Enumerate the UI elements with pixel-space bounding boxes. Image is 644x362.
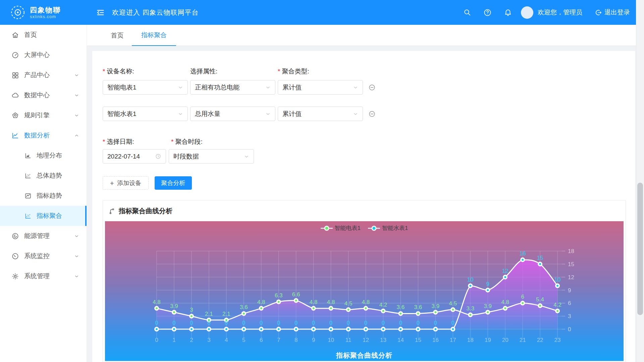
aggregation-chart-icon — [24, 213, 32, 220]
sidebar-item-energy-management[interactable]: 能源管理 — [0, 226, 87, 246]
svg-text:0: 0 — [329, 320, 332, 326]
svg-text:5.4: 5.4 — [536, 296, 544, 303]
sidebar: 首页 大屏中心 产品中心 数据中心 — [0, 25, 87, 362]
svg-text:0: 0 — [172, 320, 175, 326]
svg-text:0: 0 — [417, 320, 420, 326]
notification-bell-icon[interactable] — [504, 8, 512, 17]
chevron-up-icon — [74, 133, 79, 138]
svg-text:12: 12 — [363, 337, 369, 343]
sidebar-item-geo-distribution[interactable]: 地理分布 — [0, 145, 87, 166]
sidebar-item-home[interactable]: 首页 — [0, 25, 87, 45]
attribute-select-row2[interactable]: 总用水量 — [190, 107, 275, 121]
add-device-button[interactable]: + 添加设备 — [103, 176, 149, 190]
svg-text:4.2: 4.2 — [553, 302, 561, 308]
sidebar-item-data-center[interactable]: 数据中心 — [0, 85, 87, 105]
scrollbar-thumb[interactable] — [637, 183, 643, 315]
svg-text:4.5: 4.5 — [449, 300, 457, 307]
svg-text:10: 10 — [467, 277, 474, 283]
svg-text:3.6: 3.6 — [240, 304, 248, 310]
brand-logo-icon — [10, 5, 25, 20]
svg-text:2.1: 2.1 — [205, 311, 213, 317]
svg-text:20: 20 — [502, 337, 508, 343]
svg-text:3.9: 3.9 — [170, 303, 178, 309]
svg-text:9: 9 — [312, 337, 315, 343]
sidebar-item-metric-aggregation[interactable]: 指标聚合 — [0, 206, 87, 226]
aggregation-select-row1[interactable]: 累计值 — [278, 80, 363, 95]
svg-text:4: 4 — [225, 337, 228, 343]
logout-button[interactable]: 退出登录 — [594, 8, 630, 17]
scatter-chart-icon — [24, 172, 32, 179]
sidebar-item-metric-trend[interactable]: 指标趋势 — [0, 186, 87, 206]
attribute-select-row1[interactable]: 正相有功总电能 — [190, 80, 275, 95]
chevron-down-icon — [265, 85, 271, 90]
remove-row-icon[interactable] — [368, 84, 376, 91]
remove-row-icon[interactable] — [368, 110, 376, 118]
aggregate-analyze-button[interactable]: 聚合分析 — [155, 176, 192, 190]
sidebar-item-system-monitor[interactable]: 系统监控 — [0, 246, 87, 266]
device-select-row2[interactable]: 智能水表1 — [103, 107, 188, 121]
chevron-down-icon — [74, 234, 79, 239]
collapse-sidebar-icon[interactable] — [96, 8, 105, 17]
chart-bottom-title: 指标聚合曲线分析 — [105, 351, 624, 360]
sidebar-item-overall-trend[interactable]: 总体趋势 — [0, 166, 87, 186]
dashboard-gauge-icon — [11, 51, 19, 59]
svg-text:1: 1 — [172, 337, 175, 343]
sidebar-item-product-center[interactable]: 产品中心 — [0, 65, 87, 85]
device-name-label: * 设备名称: — [103, 67, 188, 76]
legend-item-electric-meter[interactable]: 智能电表1 — [321, 224, 361, 232]
sidebar-item-system-management[interactable]: 系统管理 — [0, 266, 87, 286]
chevron-down-icon — [244, 154, 249, 159]
chevron-down-icon — [74, 93, 79, 98]
search-icon[interactable] — [463, 8, 471, 16]
page-scrollbar[interactable] — [636, 0, 644, 362]
tab-metric-aggregation[interactable]: 指标聚合 — [132, 25, 176, 46]
svg-text:16: 16 — [432, 337, 439, 343]
trend-chart-icon — [24, 192, 32, 199]
svg-text:0: 0 — [451, 320, 454, 326]
svg-text:3: 3 — [568, 313, 571, 319]
svg-text:14: 14 — [397, 337, 404, 343]
svg-text:4.8: 4.8 — [153, 299, 161, 305]
brand-domain: sxlinks.com — [30, 14, 61, 19]
svg-text:2.1: 2.1 — [222, 311, 230, 317]
chart-area: 智能电表1 智能水表1 0369121518012345678910111213… — [105, 221, 624, 361]
chevron-down-icon — [74, 274, 79, 279]
svg-text:15: 15 — [415, 337, 421, 343]
svg-text:6.3: 6.3 — [275, 292, 283, 299]
aggregation-type-label: * 聚合类型: — [278, 67, 363, 76]
chevron-down-icon — [178, 111, 183, 117]
svg-text:12: 12 — [502, 268, 508, 274]
legend-marker-icon — [321, 226, 333, 231]
chevron-down-icon — [74, 254, 79, 259]
content-panel: * 设备名称: 选择属性: * 聚合类型: 智能电表1 正相有功总电能 — [92, 51, 635, 362]
device-select-row1[interactable]: 智能电表1 — [103, 80, 188, 95]
attribute-label: 选择属性: — [190, 67, 275, 76]
svg-text:23: 23 — [554, 337, 561, 343]
svg-text:0: 0 — [347, 320, 350, 326]
help-icon[interactable] — [483, 8, 492, 17]
welcome-title: 欢迎进入 四象云物联网平台 — [112, 8, 199, 17]
svg-text:0: 0 — [399, 320, 402, 326]
svg-text:12: 12 — [568, 274, 574, 281]
svg-text:0: 0 — [382, 320, 385, 326]
sidebar-item-screen-center[interactable]: 大屏中心 — [0, 45, 87, 65]
svg-text:0: 0 — [568, 326, 571, 333]
gear-icon — [11, 273, 19, 280]
aggregation-select-row2[interactable]: 累计值 — [278, 107, 363, 121]
svg-text:3: 3 — [190, 307, 193, 313]
sidebar-item-rule-engine[interactable]: 规则引擎 — [0, 105, 87, 125]
chart-legend: 智能电表1 智能水表1 — [105, 224, 624, 232]
plus-icon: + — [110, 180, 114, 187]
date-label: * 选择日期: — [103, 137, 166, 146]
rule-engine-icon — [11, 112, 19, 119]
tab-home[interactable]: 首页 — [103, 25, 132, 46]
period-select[interactable]: 时段数据 — [169, 149, 254, 164]
svg-text:3.6: 3.6 — [414, 304, 422, 310]
energy-icon — [11, 232, 19, 240]
legend-item-water-meter[interactable]: 智能水表1 — [368, 224, 408, 232]
user-avatar[interactable] — [521, 6, 533, 19]
svg-text:18: 18 — [568, 248, 574, 254]
date-picker[interactable]: 2022-07-14 — [103, 149, 166, 164]
svg-text:6: 6 — [260, 337, 263, 343]
sidebar-item-data-analysis[interactable]: 数据分析 — [0, 125, 87, 145]
